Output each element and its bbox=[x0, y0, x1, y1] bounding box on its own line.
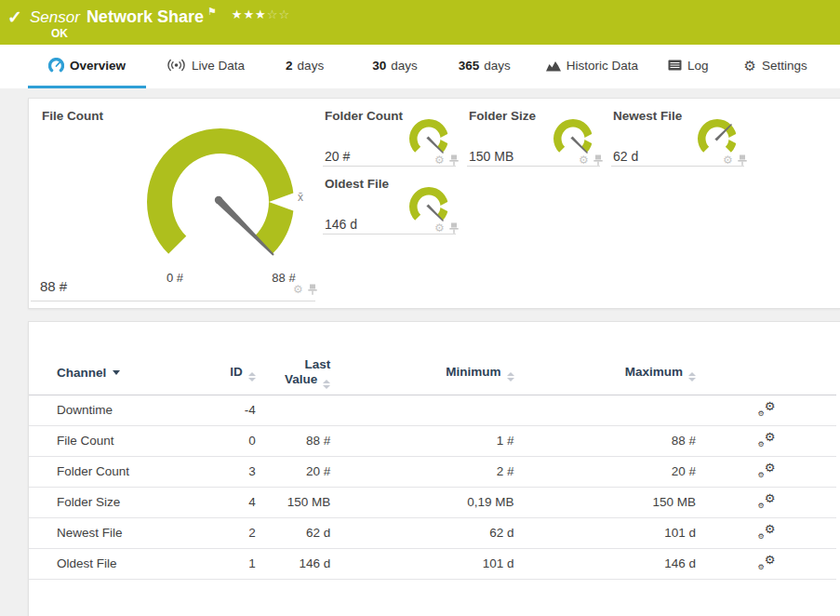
channel-id: 4 bbox=[216, 487, 255, 517]
channel-minimum: 1 # bbox=[330, 425, 513, 456]
tab-30-days-label: days bbox=[391, 59, 418, 73]
channel-name: Folder Size bbox=[29, 487, 216, 517]
channel-maximum: 101 d bbox=[514, 517, 696, 548]
channel-last-value: 62 d bbox=[256, 517, 331, 548]
channel-last-value: 146 d bbox=[256, 548, 331, 579]
channel-minimum: 62 d bbox=[330, 517, 513, 548]
channel-last-value: 88 # bbox=[256, 425, 331, 456]
gauge-scale-min: 0 # bbox=[153, 271, 196, 285]
channel-minimum: 101 d bbox=[330, 548, 513, 579]
channel-name: Folder Count bbox=[29, 456, 216, 487]
edit-channel-icon[interactable]: ⚙⚙ bbox=[756, 432, 775, 448]
main-gauge-value: 88 # bbox=[40, 278, 67, 294]
pin-icon[interactable] bbox=[738, 154, 747, 166]
tab-2-days-label: days bbox=[298, 59, 325, 73]
mini-gauge-title: Folder Size bbox=[469, 109, 536, 123]
column-header-minimum[interactable]: Minimum bbox=[330, 352, 513, 395]
edit-channel-icon[interactable]: ⚙⚙ bbox=[756, 493, 775, 509]
status-check-icon: ✓ bbox=[7, 7, 22, 28]
mini-gauge-folder-count: Folder Count 20 # ⚙ bbox=[317, 99, 461, 167]
channel-maximum: 150 MB bbox=[514, 487, 696, 517]
channel-last-value: 20 # bbox=[256, 456, 331, 487]
channel-minimum: 2 # bbox=[330, 456, 513, 487]
channel-id: -4 bbox=[216, 395, 255, 425]
channel-settings-gear-icon[interactable]: ⚙ bbox=[723, 154, 733, 166]
stars-empty[interactable]: ☆☆ bbox=[267, 7, 290, 21]
gauge-icon bbox=[48, 58, 64, 73]
tab-settings[interactable]: ⚙ Settings bbox=[729, 45, 822, 88]
tab-live-data[interactable]: Live Data bbox=[146, 45, 265, 88]
channel-id: 0 bbox=[216, 425, 255, 456]
channel-name: Downtime bbox=[29, 395, 216, 425]
channels-card: Channel ID Last Value Minimum Maximum bbox=[28, 321, 840, 616]
channel-maximum bbox=[514, 395, 696, 425]
sort-arrows-icon bbox=[507, 372, 514, 382]
mini-gauge-title: Folder Count bbox=[325, 109, 403, 123]
channel-id: 2 bbox=[216, 517, 255, 548]
channel-id: 3 bbox=[216, 456, 255, 487]
channel-settings-gear-icon[interactable]: ⚙ bbox=[293, 284, 303, 295]
column-header-id[interactable]: ID bbox=[216, 352, 255, 395]
live-data-icon bbox=[167, 59, 186, 72]
tab-2-days[interactable]: 2days bbox=[265, 45, 344, 88]
tab-live-data-label: Live Data bbox=[192, 59, 245, 73]
edit-channel-icon[interactable]: ⚙⚙ bbox=[756, 524, 775, 540]
tab-log-label: Log bbox=[687, 59, 709, 73]
settings-gear-icon: ⚙ bbox=[744, 59, 756, 73]
pin-icon[interactable] bbox=[449, 154, 459, 166]
historic-data-icon bbox=[546, 60, 561, 72]
channel-minimum bbox=[330, 395, 513, 425]
divider bbox=[31, 301, 315, 301]
tab-overview-label: Overview bbox=[70, 59, 126, 73]
file-count-gauge bbox=[132, 114, 309, 290]
sensor-name: Network Share bbox=[87, 7, 204, 26]
sort-arrows-icon bbox=[323, 380, 330, 389]
mini-gauge-newest-file: Newest File 62 d ⚙ bbox=[606, 99, 750, 167]
edit-channel-icon[interactable]: ⚙⚙ bbox=[756, 555, 775, 570]
tab-365-days[interactable]: 365days bbox=[438, 45, 531, 88]
column-header-maximum[interactable]: Maximum bbox=[514, 352, 696, 395]
status-badge: OK bbox=[51, 27, 68, 40]
channel-last-value: 150 MB bbox=[256, 487, 331, 517]
edit-channel-icon[interactable]: ⚙⚙ bbox=[756, 462, 775, 478]
table-row: Newest File 2 62 d 62 d 101 d ⚙⚙ bbox=[29, 517, 836, 548]
sort-arrows-icon bbox=[688, 372, 696, 382]
channel-name: File Count bbox=[29, 425, 216, 456]
table-row: File Count 0 88 # 1 # 88 # ⚙⚙ bbox=[29, 425, 836, 456]
channel-maximum: 88 # bbox=[514, 425, 696, 456]
mini-gauge-value: 20 # bbox=[325, 149, 350, 164]
tab-log[interactable]: Log bbox=[653, 45, 724, 88]
column-header-actions bbox=[696, 352, 836, 395]
channel-settings-gear-icon[interactable]: ⚙ bbox=[434, 222, 445, 234]
sensor-type-label: Sensor bbox=[30, 8, 80, 26]
channel-settings-gear-icon[interactable]: ⚙ bbox=[579, 154, 589, 166]
column-header-channel[interactable]: Channel bbox=[29, 352, 216, 395]
pin-icon[interactable] bbox=[593, 154, 603, 166]
mini-gauge-title: Oldest File bbox=[325, 177, 389, 191]
tab-30-days[interactable]: 30days bbox=[352, 45, 438, 88]
tab-historic-data[interactable]: Historic Data bbox=[531, 45, 653, 88]
tab-bar: Overview Live Data 2days 30days 365days … bbox=[0, 45, 840, 88]
sort-arrows-icon bbox=[248, 372, 256, 382]
pin-icon[interactable] bbox=[308, 284, 317, 295]
tab-overview[interactable]: Overview bbox=[28, 45, 146, 88]
table-row: Downtime -4 ⚙⚙ bbox=[29, 395, 836, 425]
pin-icon[interactable] bbox=[449, 222, 459, 234]
tab-365-days-label: days bbox=[484, 59, 511, 73]
edit-channel-icon[interactable]: ⚙⚙ bbox=[756, 401, 775, 417]
column-header-last-value[interactable]: Last Value bbox=[256, 352, 331, 395]
main-gauge-title: File Count bbox=[42, 109, 103, 123]
channels-table: Channel ID Last Value Minimum Maximum bbox=[29, 352, 836, 580]
priority-stars[interactable]: ★★★☆☆ bbox=[232, 7, 290, 21]
sensor-header: ✓ SensorNetwork Share⚑★★★☆☆ OK bbox=[0, 0, 840, 45]
channel-maximum: 20 # bbox=[514, 456, 696, 487]
channel-minimum: 0,19 MB bbox=[330, 487, 513, 517]
divider bbox=[611, 166, 744, 167]
channel-settings-gear-icon[interactable]: ⚙ bbox=[434, 154, 445, 166]
tab-2-days-number: 2 bbox=[286, 59, 293, 73]
sort-caret-icon bbox=[113, 370, 120, 375]
mini-gauge-value: 150 MB bbox=[469, 149, 513, 164]
priority-flag-icon[interactable]: ⚑ bbox=[207, 6, 217, 17]
stars-filled[interactable]: ★★★ bbox=[232, 7, 267, 21]
log-icon bbox=[668, 60, 682, 71]
